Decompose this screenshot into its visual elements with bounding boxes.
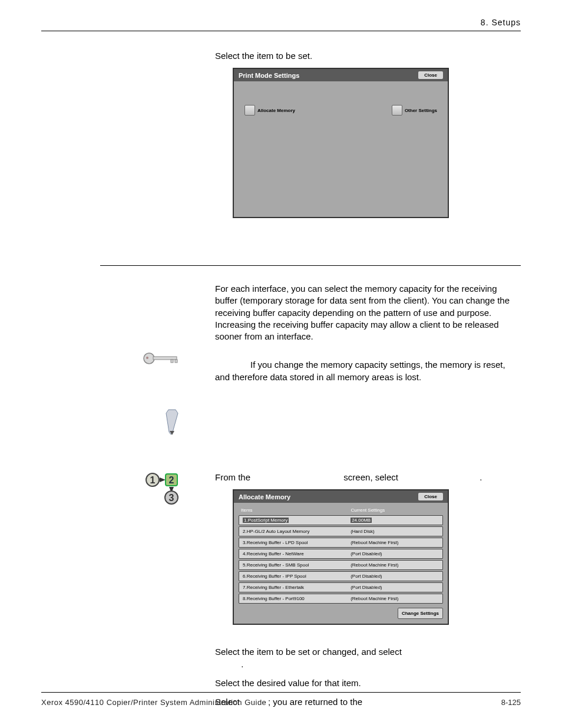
cell-item: 7.Receiving Buffer - Ethertalk bbox=[243, 585, 351, 590]
cell-val: (Port Disabled) bbox=[351, 585, 439, 590]
col-items: Items bbox=[241, 508, 351, 513]
dialog-title: Allocate Memory bbox=[239, 493, 290, 500]
svg-marker-7 bbox=[160, 477, 166, 482]
keypoint-paragraph: If you change the memory capacity settin… bbox=[215, 359, 521, 383]
table-row[interactable]: 2.HP-GL/2 Auto Layout Memory (Hard Disk) bbox=[239, 526, 443, 536]
close-button[interactable]: Close bbox=[418, 493, 443, 500]
button-label: Allocate Memory bbox=[257, 108, 295, 113]
allocate-memory-dialog: Allocate Memory Close Items Current Sett… bbox=[233, 489, 449, 625]
intro-text: Select the item to be set. bbox=[215, 50, 521, 62]
cell-item: 2.HP-GL/2 Auto Layout Memory bbox=[243, 529, 351, 534]
table-row[interactable]: 8.Receiving Buffer - Port9100 (Reboot Ma… bbox=[239, 594, 443, 604]
table-row[interactable]: 6.Receiving Buffer - IPP Spool (Port Dis… bbox=[239, 571, 443, 581]
footer-right: 8-125 bbox=[501, 698, 521, 707]
svg-text:2: 2 bbox=[169, 475, 174, 485]
step-2a: Select the item to be set or changed, an… bbox=[215, 647, 402, 657]
table-row[interactable]: 5.Receiving Buffer - SMB Spool (Reboot M… bbox=[239, 560, 443, 570]
cell-val: (Port Disabled) bbox=[351, 574, 439, 579]
svg-point-1 bbox=[146, 357, 148, 359]
svg-rect-2 bbox=[153, 357, 177, 360]
svg-text:1: 1 bbox=[150, 475, 156, 485]
dialog-title: Print Mode Settings bbox=[239, 72, 299, 79]
buffer-paragraph: For each interface, you can select the m… bbox=[215, 283, 521, 342]
cell-item: 4.Receiving Buffer - NetWare bbox=[243, 551, 351, 556]
svg-rect-4 bbox=[175, 360, 177, 363]
allocate-memory-button[interactable]: Allocate Memory bbox=[244, 105, 295, 116]
step-2b: . bbox=[241, 659, 243, 669]
col-current: Current Settings bbox=[351, 508, 441, 513]
svg-rect-3 bbox=[171, 360, 173, 363]
table-row[interactable]: 1.PostScript Memory 24.00MB bbox=[239, 515, 443, 525]
cell-val: (Port Disabled) bbox=[351, 551, 439, 556]
svg-point-0 bbox=[144, 353, 154, 364]
cell-val: (Reboot Machine First) bbox=[351, 562, 439, 568]
footer-left: Xerox 4590/4110 Copier/Printer System Ad… bbox=[41, 698, 266, 707]
cell-item: 3.Receiving Buffer - LPD Spool bbox=[243, 540, 351, 545]
svg-text:3: 3 bbox=[169, 493, 174, 503]
footer-rule bbox=[41, 692, 521, 693]
change-settings-button[interactable]: Change Settings bbox=[398, 608, 443, 619]
step-1a: From the bbox=[215, 472, 253, 482]
cell-item: 6.Receiving Buffer - IPP Spool bbox=[243, 574, 351, 579]
header-rule bbox=[41, 31, 521, 31]
dialog-body: Allocate Memory Other Settings bbox=[234, 81, 448, 217]
other-settings-button[interactable]: Other Settings bbox=[392, 105, 437, 116]
dialog-titlebar: Allocate Memory Close bbox=[234, 490, 448, 503]
cell-item: 1.PostScript Memory bbox=[243, 518, 289, 523]
button-label: Other Settings bbox=[405, 108, 437, 113]
cell-val: (Reboot Machine First) bbox=[351, 540, 439, 545]
dialog-body: Items Current Settings 1.PostScript Memo… bbox=[234, 503, 448, 624]
steps-123-icon: 1 2 3 bbox=[146, 472, 181, 507]
cell-val: 24.00MB bbox=[351, 518, 372, 523]
step-1c: . bbox=[480, 472, 482, 482]
cell-item: 5.Receiving Buffer - SMB Spool bbox=[243, 562, 351, 568]
step-1-text: From the screen, select . bbox=[215, 472, 521, 483]
note-icon bbox=[164, 409, 187, 438]
chapter-header: 8. Setups bbox=[481, 18, 521, 27]
cell-val: (Reboot Machine First) bbox=[351, 596, 439, 601]
print-mode-settings-dialog: Print Mode Settings Close Allocate Memor… bbox=[233, 68, 449, 218]
dialog-titlebar: Print Mode Settings Close bbox=[234, 69, 448, 81]
table-row[interactable]: 3.Receiving Buffer - LPD Spool (Reboot M… bbox=[239, 538, 443, 548]
cell-item: 8.Receiving Buffer - Port9100 bbox=[243, 596, 351, 601]
button-icon bbox=[244, 105, 255, 116]
table-row[interactable]: 7.Receiving Buffer - Ethertalk (Port Dis… bbox=[239, 582, 443, 592]
table-row[interactable]: 4.Receiving Buffer - NetWare (Port Disab… bbox=[239, 549, 443, 559]
button-icon bbox=[392, 105, 402, 116]
step-4b: ; you are returned to the bbox=[268, 697, 362, 707]
table-header: Items Current Settings bbox=[239, 506, 443, 515]
step-3-text: Select the desired value for that item. bbox=[215, 677, 521, 689]
cell-val: (Hard Disk) bbox=[351, 529, 439, 534]
key-icon bbox=[141, 350, 183, 370]
close-button[interactable]: Close bbox=[418, 71, 443, 79]
step-2-text: Select the item to be set or changed, an… bbox=[215, 646, 521, 670]
step-1b: screen, select bbox=[343, 472, 401, 482]
section-rule bbox=[100, 265, 521, 266]
table-rows: 1.PostScript Memory 24.00MB 2.HP-GL/2 Au… bbox=[239, 515, 443, 604]
